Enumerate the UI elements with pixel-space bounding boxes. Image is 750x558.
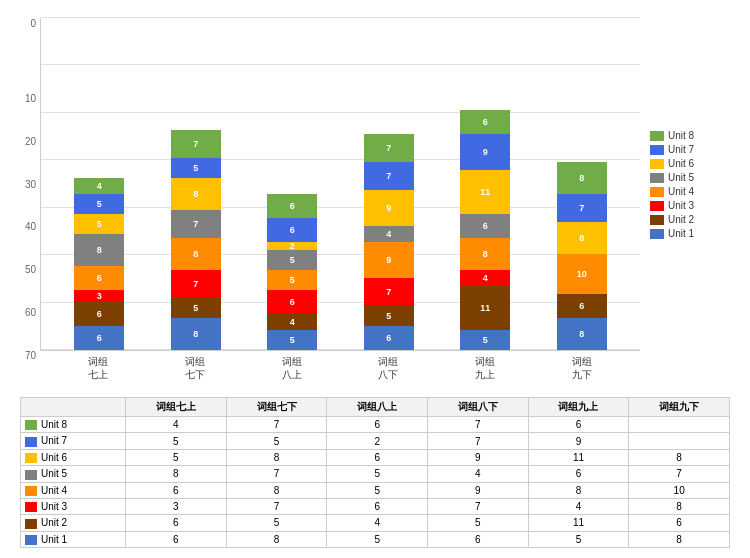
row-color-swatch xyxy=(25,453,37,463)
legend-label: Unit 7 xyxy=(668,144,694,155)
row-label-text: Unit 8 xyxy=(41,419,67,430)
bar-segment: 6 xyxy=(74,302,124,326)
legend-color xyxy=(650,131,664,141)
legend-color xyxy=(650,201,664,211)
table-cell: 4 xyxy=(427,466,528,482)
x-label: 词组七上 xyxy=(68,355,128,391)
bar-segment: 9 xyxy=(364,242,414,278)
bar-segment: 8 xyxy=(171,238,221,270)
legend-item: Unit 3 xyxy=(650,200,740,211)
legend-label: Unit 6 xyxy=(668,158,694,169)
y-tick: 70 xyxy=(25,318,36,361)
bar-segment: 4 xyxy=(460,270,510,286)
table-cell: 6 xyxy=(126,482,227,498)
table-row: Unit 5875467 xyxy=(21,466,730,482)
legend-color xyxy=(650,173,664,183)
bar-segment: 7 xyxy=(171,270,221,298)
legend-item: Unit 1 xyxy=(650,228,740,239)
table-cell: 5 xyxy=(327,531,428,547)
table-row: Unit 847676 xyxy=(21,417,730,433)
row-label-text: Unit 5 xyxy=(41,468,67,479)
row-label-text: Unit 3 xyxy=(41,501,67,512)
row-label-text: Unit 1 xyxy=(41,534,67,545)
table-cell: 8 xyxy=(629,498,730,514)
legend-color xyxy=(650,187,664,197)
legend-label: Unit 3 xyxy=(668,200,694,211)
bar-segment: 8 xyxy=(460,238,510,270)
bar-group: 85787857 xyxy=(166,130,226,350)
table-cell: 6 xyxy=(126,515,227,531)
table-row-label: Unit 3 xyxy=(21,498,126,514)
bar-segment: 5 xyxy=(364,306,414,326)
bar-segment: 9 xyxy=(364,190,414,226)
legend-item: Unit 5 xyxy=(650,172,740,183)
table-cell: 4 xyxy=(528,498,629,514)
table-cell: 5 xyxy=(427,515,528,531)
table-cell: 5 xyxy=(327,466,428,482)
table-row-label: Unit 4 xyxy=(21,482,126,498)
y-tick: 30 xyxy=(25,147,36,190)
table-cell: 6 xyxy=(327,449,428,465)
legend-label: Unit 4 xyxy=(668,186,694,197)
row-color-swatch xyxy=(25,486,37,496)
y-tick: 10 xyxy=(25,61,36,104)
legend-label: Unit 1 xyxy=(668,228,694,239)
legend-color xyxy=(650,159,664,169)
bar-segment: 4 xyxy=(74,178,124,194)
bar-segment: 7 xyxy=(364,278,414,306)
table-row: Unit 3376748 xyxy=(21,498,730,514)
table-cell: 10 xyxy=(629,482,730,498)
grid-and-bars: 6636855485787857546552666579497751148611… xyxy=(40,18,640,351)
table-cell: 5 xyxy=(528,531,629,547)
row-color-swatch xyxy=(25,535,37,545)
bar-segment: 8 xyxy=(171,318,221,350)
table-cell: 6 xyxy=(629,515,730,531)
bar-segment: 6 xyxy=(74,326,124,350)
y-tick: 0 xyxy=(30,18,36,61)
table-cell: 8 xyxy=(528,482,629,498)
legend: Unit 8Unit 7Unit 6Unit 5Unit 4Unit 3Unit… xyxy=(640,18,740,391)
bar-segment: 8 xyxy=(557,318,607,350)
bar-segment: 6 xyxy=(557,294,607,318)
table-cell: 6 xyxy=(528,417,629,433)
y-axis: 706050403020100 xyxy=(10,18,40,391)
table-cell xyxy=(629,417,730,433)
table-header-cell: 词组九下 xyxy=(629,398,730,417)
legend-color xyxy=(650,215,664,225)
table-row: Unit 65869118 xyxy=(21,449,730,465)
legend-color xyxy=(650,229,664,239)
chart-area: 706050403020100 663685548578785754655266… xyxy=(10,18,640,391)
legend-label: Unit 5 xyxy=(668,172,694,183)
chart-plot: 706050403020100 663685548578785754655266… xyxy=(10,18,640,391)
legend-item: Unit 6 xyxy=(650,158,740,169)
bar-segment: 10 xyxy=(557,254,607,294)
bars-area: 6636855485787857546552666579497751148611… xyxy=(40,18,640,391)
x-label: 词组七下 xyxy=(165,355,225,391)
table-cell: 5 xyxy=(327,482,428,498)
table-header-cell: 词组七下 xyxy=(226,398,327,417)
table-cell: 5 xyxy=(126,433,227,449)
table-row: Unit 46859810 xyxy=(21,482,730,498)
table-row-label: Unit 2 xyxy=(21,515,126,531)
bar-segment: 6 xyxy=(267,290,317,314)
bar-segment: 7 xyxy=(171,210,221,238)
table-cell: 8 xyxy=(629,449,730,465)
chart-body: 706050403020100 663685548578785754655266… xyxy=(10,18,740,391)
bar-segment: 7 xyxy=(364,162,414,190)
table-area: 词组七上词组七下词组八上词组八下词组九上词组九下Unit 847676Unit … xyxy=(20,397,730,548)
bar-group: 5114861196 xyxy=(455,110,515,350)
table-cell: 8 xyxy=(226,482,327,498)
table-cell: 5 xyxy=(226,515,327,531)
y-tick: 50 xyxy=(25,232,36,275)
table-row: Unit 755279 xyxy=(21,433,730,449)
table-cell: 6 xyxy=(327,498,428,514)
bar-segment: 9 xyxy=(460,134,510,170)
table-cell xyxy=(629,433,730,449)
table-cell: 9 xyxy=(427,449,528,465)
table-header-cell: 词组九上 xyxy=(528,398,629,417)
table-cell: 8 xyxy=(126,466,227,482)
data-table: 词组七上词组七下词组八上词组八下词组九上词组九下Unit 847676Unit … xyxy=(20,397,730,548)
x-label: 词组八上 xyxy=(262,355,322,391)
table-row: Unit 26545116 xyxy=(21,515,730,531)
bar-segment: 8 xyxy=(557,222,607,254)
